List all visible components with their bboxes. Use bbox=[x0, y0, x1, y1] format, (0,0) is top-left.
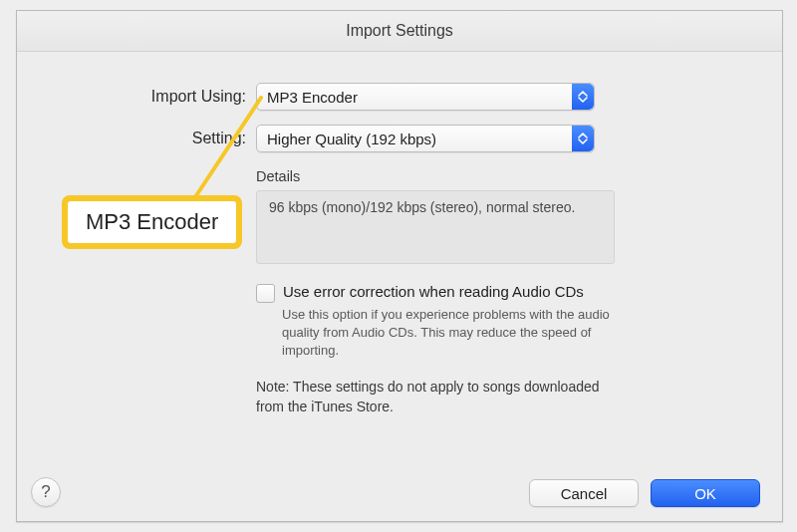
note-text: Note: These settings do not apply to son… bbox=[256, 378, 625, 416]
error-correction-row: Use error correction when reading Audio … bbox=[256, 283, 645, 303]
error-correction-checkbox[interactable] bbox=[256, 284, 275, 303]
setting-row: Setting: Higher Quality (192 kbps) bbox=[17, 125, 782, 152]
import-using-row: Import Using: MP3 Encoder bbox=[17, 83, 782, 111]
dialog-title: Import Settings bbox=[17, 11, 782, 52]
dialog-buttons: Cancel OK bbox=[529, 479, 760, 507]
details-box: 96 kbps (mono)/192 kbps (stereo), normal… bbox=[256, 190, 615, 264]
help-button[interactable]: ? bbox=[31, 477, 61, 507]
import-using-select[interactable]: MP3 Encoder bbox=[256, 83, 595, 111]
setting-select[interactable]: Higher Quality (192 kbps) bbox=[256, 125, 595, 152]
setting-value: Higher Quality (192 kbps) bbox=[257, 131, 572, 147]
details-text: 96 kbps (mono)/192 kbps (stereo), normal… bbox=[269, 199, 575, 215]
ok-button[interactable]: OK bbox=[651, 479, 760, 507]
cancel-button-label: Cancel bbox=[561, 485, 608, 502]
chevron-up-down-icon bbox=[572, 84, 594, 110]
ok-button-label: OK bbox=[694, 485, 716, 502]
question-icon: ? bbox=[41, 482, 50, 502]
import-using-label: Import Using: bbox=[17, 88, 256, 106]
import-using-value: MP3 Encoder bbox=[257, 89, 572, 106]
details-heading: Details bbox=[256, 168, 300, 184]
error-correction-help: Use this option if you experience proble… bbox=[282, 306, 641, 361]
callout-text: MP3 Encoder bbox=[66, 199, 238, 245]
error-correction-label: Use error correction when reading Audio … bbox=[283, 283, 584, 300]
chevron-up-down-icon bbox=[572, 126, 594, 151]
import-settings-dialog: Import Settings Import Using: MP3 Encode… bbox=[16, 10, 783, 522]
callout-box: MP3 Encoder bbox=[62, 195, 242, 249]
cancel-button[interactable]: Cancel bbox=[529, 479, 639, 507]
setting-label: Setting: bbox=[17, 130, 256, 147]
